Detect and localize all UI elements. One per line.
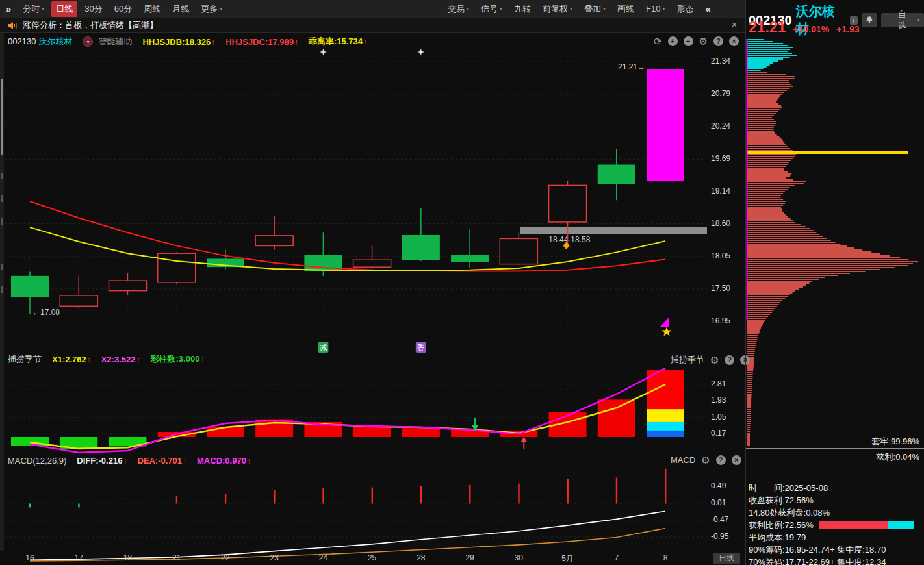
menu-overlay[interactable]: 叠加▾ [580, 1, 610, 17]
smart-assist-label[interactable]: 智能辅助 [98, 36, 132, 47]
high-price-label: 21.21→ [618, 62, 645, 71]
y-tick-label: 0.17 [711, 429, 726, 438]
chip-bar [747, 68, 764, 69]
low-price-label: ←17.08 [32, 308, 60, 317]
x-axis-label: 21 [165, 553, 188, 562]
menu-f10[interactable]: F10▾ [641, 2, 669, 16]
chip-bar [747, 60, 778, 62]
chip-bar [747, 183, 804, 184]
gear-icon[interactable]: ⚙ [701, 455, 710, 465]
refresh-icon[interactable]: ⟳ [654, 36, 662, 46]
chip-bar [747, 341, 757, 342]
fishing-panel-tools: 捕捞季节 ⚙ ? × [671, 354, 750, 366]
tab-weekly[interactable]: 周线 [139, 1, 165, 17]
tab-daily[interactable]: 日线 [51, 1, 77, 17]
menu-forward-adjust[interactable]: 前复权▾ [538, 1, 577, 17]
menu-pattern[interactable]: 形态 [672, 1, 698, 17]
menu-trade[interactable]: 交易▾ [443, 1, 474, 17]
collapse-right-icon[interactable]: « [699, 3, 716, 14]
profit-ratio-bar [819, 521, 914, 529]
help-icon[interactable]: ? [713, 36, 723, 46]
chip-bar [747, 312, 772, 313]
info-avg-cost: 平均成本:19.79 [749, 531, 914, 544]
chip-bar [747, 417, 751, 418]
chip-bar [747, 218, 791, 220]
chip-bar [747, 378, 752, 379]
avg-cost-line [747, 151, 908, 154]
tab-monthly[interactable]: 月线 [168, 1, 194, 17]
price-zone [520, 227, 707, 234]
macd-hist-bar [225, 494, 226, 503]
period-label[interactable]: 日线 [713, 553, 740, 564]
menu-signal[interactable]: 信号▾ [476, 1, 507, 17]
tab-60min[interactable]: 60分 [110, 1, 136, 17]
chip-bar [747, 208, 782, 210]
chip-bar [747, 245, 847, 247]
fishing-panel-header: 捕捞季节 X1:2.762↑ X2:3.522↑ 彩柱数:3.000↑ [8, 353, 204, 365]
info-profit-ratio: 获利比例:72.56% [749, 519, 914, 531]
macd-hist-bar [567, 479, 569, 504]
up-arrow-icon: ↑ [200, 355, 204, 364]
diff-line [30, 511, 665, 560]
chevron-down-icon: ▾ [570, 6, 572, 12]
panel-title-right: 捕捞季节 [671, 354, 704, 366]
y-tick-label: 20.79 [711, 89, 730, 98]
chip-bar [747, 331, 760, 333]
close-icon[interactable]: × [732, 19, 737, 30]
chip-bar [747, 302, 780, 303]
zoom-out-icon[interactable]: − [684, 36, 693, 46]
chip-bar [747, 380, 752, 381]
chip-bar [747, 366, 754, 368]
zoom-in-icon[interactable]: + [668, 36, 678, 46]
chip-bar [747, 300, 783, 301]
x-axis-label: 5月 [556, 553, 580, 564]
close-icon[interactable]: × [732, 455, 741, 465]
chip-bar [747, 296, 788, 297]
chip-bar [747, 263, 913, 264]
gear-icon[interactable]: ⚙ [710, 355, 719, 365]
stock-name[interactable]: 沃尔核材 [38, 36, 72, 46]
chip-bar [747, 138, 782, 140]
gear-icon[interactable]: ⚙ [699, 36, 708, 46]
profit-ratio-cyan [888, 521, 914, 529]
menu-nine-turn[interactable]: 九转 [509, 1, 535, 17]
tab-fenshi[interactable]: 分时▾ [18, 1, 49, 17]
smart-assist-icon[interactable]: ▾ [83, 36, 93, 47]
candle-body-hollow [158, 253, 196, 282]
chip-bar [747, 434, 750, 436]
main-chart-header: 002130沃尔核材 ▾ 智能辅助 HHJSJDB:18.326↑ HHJSJD… [8, 36, 367, 47]
chip-bar [747, 82, 789, 83]
help-icon[interactable]: ? [725, 355, 734, 365]
fishing-bar-stacked [647, 409, 684, 422]
candle-body [647, 69, 684, 181]
tab-more[interactable]: 更多▾ [196, 1, 227, 17]
chip-bar [747, 247, 854, 249]
chip-bar [747, 205, 783, 206]
chip-bar [747, 146, 788, 147]
chevron-down-icon: ▾ [220, 6, 222, 12]
sidebar-mark [1, 264, 3, 270]
chip-bar [747, 164, 788, 165]
indicator-hhjsjdc: HHJSJDC:17.989↑ [225, 37, 298, 47]
chip-bar [747, 394, 752, 395]
chip-bar [747, 51, 788, 52]
chip-bar [747, 156, 795, 157]
tab-30min[interactable]: 30分 [80, 1, 107, 17]
chip-bar [747, 304, 779, 305]
close-icon[interactable]: × [729, 36, 739, 46]
chip-bar [747, 76, 795, 77]
bell-icon[interactable] [862, 13, 877, 27]
expand-left-icon[interactable]: » [0, 3, 17, 14]
help-icon[interactable]: ? [716, 455, 726, 465]
menu-drawing[interactable]: 画线 [613, 1, 639, 17]
macd-hist-bar [420, 486, 422, 503]
y-tick-label: 21.34 [711, 56, 730, 66]
flag-marker [660, 318, 669, 327]
chip-bar [747, 113, 776, 114]
left-collapsed-sidebar[interactable] [0, 33, 4, 551]
chip-bar [747, 397, 751, 399]
y-tick-label: 0.01 [711, 498, 726, 507]
watchlist-button[interactable]: — 自选 ▾ [881, 13, 924, 27]
scrollbar-thumb[interactable] [1, 79, 3, 155]
chip-bar [747, 111, 778, 112]
